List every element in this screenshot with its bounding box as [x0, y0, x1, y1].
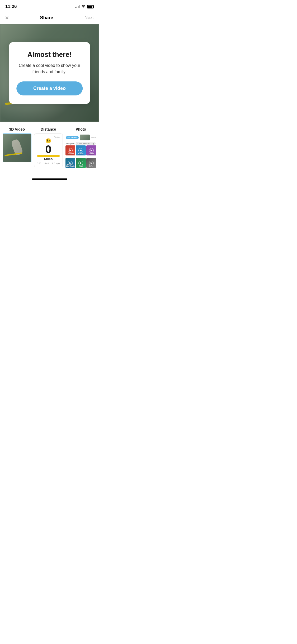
option-3d-video[interactable]: 3D Video — [3, 127, 31, 170]
theme-glitch-label: Glitch — [76, 153, 86, 155]
status-bar: 11:26 — [0, 0, 99, 12]
distance-bar — [37, 155, 60, 157]
theme-running-lightning[interactable]: Running Lightning — [65, 158, 76, 168]
page-title: Share — [40, 15, 53, 21]
status-time: 11:26 — [5, 4, 17, 9]
play-icon — [78, 161, 83, 165]
energetic-label: Energetic — [66, 142, 75, 145]
relive-badge-small: Relive — [91, 137, 96, 139]
theme-pace-label: Pace — [86, 165, 96, 167]
nav-bar: × Share Next — [0, 12, 99, 24]
theme-cool[interactable]: Cool — [76, 158, 86, 168]
distance-unit: Miles — [44, 157, 53, 161]
play-icon — [89, 161, 94, 165]
video-thumbnail — [3, 134, 31, 162]
theme-extreme[interactable]: Extreme — [65, 145, 76, 155]
status-icons — [76, 4, 94, 9]
theme-glitch[interactable]: Glitch — [76, 145, 86, 155]
theme-running-label: Running Lightning — [65, 163, 76, 167]
options-row: 3D Video Distance Relive 😉 0 Miles 0:00 — [3, 127, 96, 170]
promo-modal: Almost there! Create a cool video to sho… — [9, 42, 90, 104]
theme-grid: Extreme Glitch Vibes Running Lightning — [65, 145, 96, 170]
distance-value: 0 — [45, 144, 51, 155]
options-section: 3D Video Distance Relive 😉 0 Miles 0:00 — [0, 122, 99, 174]
option-distance[interactable]: Distance Relive 😉 0 Miles 0:00 0 mi 0.0 … — [34, 127, 63, 170]
play-icon — [89, 148, 94, 153]
create-video-button[interactable]: Create a video — [16, 81, 83, 95]
photo-mini-thumb — [80, 135, 90, 140]
theme-cool-label: Cool — [76, 165, 86, 167]
modal-description: Create a cool video to show your friends… — [16, 62, 83, 75]
plus-badge: ♪ Plus members only — [76, 142, 96, 145]
home-indicator — [0, 174, 99, 182]
relive-logo: Relive — [54, 136, 60, 139]
hero-image: Almost there! Create a cool video to sho… — [0, 24, 99, 122]
play-icon — [68, 148, 73, 153]
video-label: 3D Video — [9, 127, 25, 131]
stat-distance: 0 mi — [45, 162, 49, 164]
theme-pace[interactable]: Pace — [86, 158, 96, 168]
theme-vibes-label: Vibes — [86, 153, 96, 155]
option-photo[interactable]: Photo No music Relive Energetic ♪ Plus m… — [65, 127, 96, 170]
photo-top-bar: No music Relive — [65, 134, 96, 141]
home-bar — [32, 178, 67, 180]
play-icon — [78, 148, 83, 153]
theme-extreme-label: Extreme — [65, 153, 76, 155]
distance-stats: 0:00 0 mi 0.0 mph — [36, 162, 61, 164]
battery-icon — [87, 5, 94, 8]
photo-card: No music Relive Energetic ♪ Plus members… — [65, 134, 96, 170]
distance-card: Relive 😉 0 Miles 0:00 0 mi 0.0 mph — [34, 134, 63, 167]
signal-icon — [76, 5, 80, 8]
modal-title: Almost there! — [16, 50, 83, 59]
wifi-icon — [81, 4, 86, 9]
theme-vibes[interactable]: Vibes — [86, 145, 96, 155]
photo-label: Photo — [76, 127, 86, 131]
stat-time: 0:00 — [37, 162, 41, 164]
distance-label: Distance — [41, 127, 56, 131]
no-music-badge: No music — [66, 136, 79, 139]
energetic-row: Energetic ♪ Plus members only — [65, 141, 96, 145]
stat-pace: 0.0 mph — [52, 162, 60, 164]
next-button[interactable]: Next — [84, 15, 94, 20]
close-button[interactable]: × — [5, 14, 9, 21]
